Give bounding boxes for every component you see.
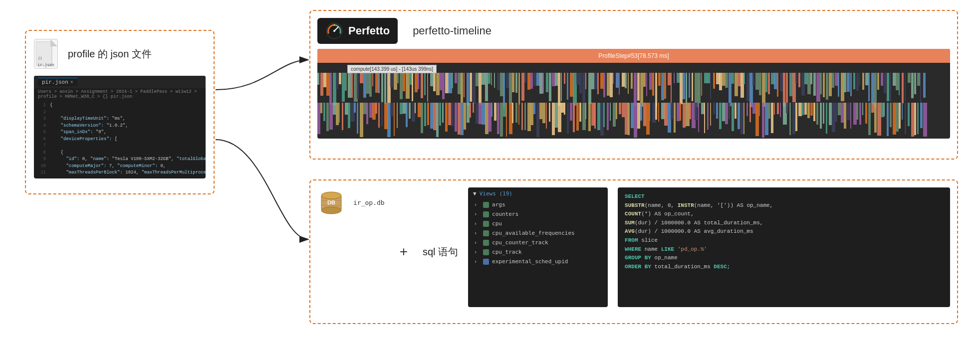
timeline-bar xyxy=(868,73,870,101)
timeline-bar xyxy=(859,103,861,125)
sql-line: SELECT xyxy=(625,192,943,201)
view-expand-arrow[interactable]: › xyxy=(474,259,480,264)
timeline-bar xyxy=(445,103,448,132)
timeline-bar xyxy=(844,103,846,129)
view-item[interactable]: ›cpu_track xyxy=(468,247,608,257)
timeline-bar xyxy=(655,103,657,120)
timeline-bar xyxy=(357,73,359,99)
line-number: 4 xyxy=(36,123,46,130)
timeline-bar xyxy=(403,73,405,91)
timeline-bar xyxy=(442,103,444,123)
sql-line: GROUP BY op_name xyxy=(625,254,943,263)
editor-tab[interactable]: pir.json × xyxy=(38,78,77,86)
sql-token: WHERE xyxy=(625,246,645,252)
timeline-bar xyxy=(366,103,368,124)
line-code: "displayTimeUnit": "ms", xyxy=(50,116,125,123)
timeline-bar xyxy=(610,103,611,121)
timeline-bar xyxy=(375,103,377,114)
line-code: { xyxy=(50,150,63,157)
timeline-bar xyxy=(424,103,426,126)
timeline-bar xyxy=(515,73,518,93)
view-expand-arrow[interactable]: › xyxy=(474,221,480,226)
timeline-bar xyxy=(859,73,861,86)
timeline-bar xyxy=(427,103,429,125)
sql-token: total_duration_ms xyxy=(655,264,714,270)
sql-token: slice xyxy=(641,237,658,243)
view-expand-arrow[interactable]: › xyxy=(474,240,480,245)
line-code xyxy=(50,109,55,116)
timeline-bar xyxy=(421,73,423,98)
view-expand-arrow[interactable]: › xyxy=(474,249,480,255)
timeline-bar xyxy=(674,73,675,83)
perfetto-logo-text: Perfetto xyxy=(348,24,390,37)
timeline-bar xyxy=(746,103,748,116)
views-list: ›args›counters›cpu›cpu_available_frequen… xyxy=(468,200,608,266)
timeline-bar xyxy=(877,73,879,90)
timeline-bar xyxy=(494,103,496,121)
timeline-bar xyxy=(890,73,891,101)
timeline-bar xyxy=(467,73,469,105)
timeline-bar xyxy=(804,103,807,115)
timeline-bar xyxy=(427,73,428,102)
timeline-bar xyxy=(406,103,408,127)
timeline-bar xyxy=(658,73,660,86)
sql-token: SUBSTR xyxy=(625,202,645,208)
line-number: 11 xyxy=(36,170,46,176)
view-item[interactable]: ›counters xyxy=(468,209,608,219)
editor-tab-bar: pir.json × xyxy=(34,76,206,88)
timeline-bar xyxy=(369,73,372,97)
timeline-bar xyxy=(774,103,775,115)
perfetto-logo: Perfetto xyxy=(317,18,398,44)
timeline-bar xyxy=(680,103,681,121)
view-expand-arrow[interactable]: › xyxy=(474,202,480,207)
timeline-bar xyxy=(813,103,815,121)
sql-line: FROM slice xyxy=(625,236,943,245)
sql-token: FROM xyxy=(625,237,641,243)
timeline-bar xyxy=(619,103,621,114)
timeline-bar xyxy=(451,103,454,126)
left-panel: {} ir.json profile 的 json 文件 pir.json × … xyxy=(25,30,215,194)
sql-line: AVG(dur) / 1000000.0 AS avg_duration_ms xyxy=(625,227,943,236)
view-item[interactable]: ›cpu_available_frequencies xyxy=(468,228,608,238)
timeline-bar xyxy=(716,103,718,119)
timeline-bar xyxy=(348,73,351,98)
view-item[interactable]: ›experimental_sched_upid xyxy=(468,257,608,266)
timeline-bar xyxy=(795,103,797,131)
timeline-bar xyxy=(418,73,419,89)
timeline-tooltip: compute[143.399 us] - [143us 399ns] xyxy=(347,65,437,73)
sql-token: COUNT xyxy=(625,211,641,217)
view-item[interactable]: ›args xyxy=(468,200,608,209)
timeline-bar xyxy=(628,73,629,94)
timeline-bar xyxy=(512,73,514,92)
timeline-bar xyxy=(765,73,767,92)
timeline-bar xyxy=(737,103,740,129)
db-file-area: DB ir_op.db xyxy=(317,187,385,215)
perfetto-header: Perfetto perfetto-timeline xyxy=(317,18,950,44)
view-item[interactable]: ›cpu xyxy=(468,219,608,228)
timeline-bar xyxy=(351,73,353,98)
timeline-bar xyxy=(917,73,920,86)
timeline-bar xyxy=(631,73,633,89)
timeline-bar xyxy=(914,73,916,94)
timeline-bar xyxy=(573,103,575,132)
timeline-bar xyxy=(847,73,849,92)
timeline-bar xyxy=(530,103,533,125)
timeline-bar xyxy=(646,73,648,96)
sql-token: LIKE xyxy=(661,246,678,252)
tab-close[interactable]: × xyxy=(70,80,73,85)
timeline-bar xyxy=(862,73,865,90)
timeline-bar xyxy=(884,73,886,93)
timeline-bar xyxy=(518,103,520,125)
view-item[interactable]: ›cpu_counter_track xyxy=(468,238,608,247)
timeline-bar xyxy=(339,103,340,123)
editor-content: 1{2 3 "displayTimeUnit": "ms",4 "schemaV… xyxy=(34,100,206,178)
timeline-bar xyxy=(914,103,917,135)
view-expand-arrow[interactable]: › xyxy=(474,230,480,236)
view-expand-arrow[interactable]: › xyxy=(474,211,480,217)
editor-line: 6 "deviceProperties": [ xyxy=(34,136,206,143)
timeline-bar xyxy=(619,73,620,95)
timeline-bar xyxy=(881,73,884,86)
timeline-bar xyxy=(701,73,703,96)
line-number: 10 xyxy=(36,163,46,170)
sql-token: (name, '[') xyxy=(694,202,731,208)
